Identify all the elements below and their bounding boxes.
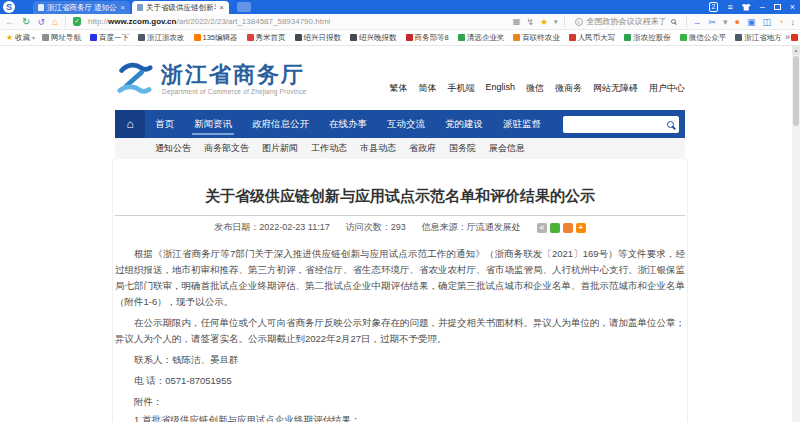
bookmark-item[interactable]: 百度一下 <box>90 33 131 43</box>
weibo-icon[interactable] <box>563 223 573 233</box>
meta-item: 信息来源：厅流通发展处 <box>422 221 521 234</box>
search-box[interactable]: s 全国政协会议议程来了 <box>571 16 680 27</box>
utility-link[interactable]: 手机端 <box>447 82 474 95</box>
search-hotword[interactable]: 全国政协会议议程来了 <box>587 16 667 27</box>
nav-home-icon[interactable]: ⌂ <box>115 110 145 138</box>
utility-link[interactable]: 繁体 <box>389 82 407 95</box>
windows-icon[interactable]: ◫ <box>763 14 772 30</box>
attachments-label: 附件： <box>115 394 685 410</box>
login-icon[interactable]: → <box>693 14 702 30</box>
subnav-item[interactable]: 展会信息 <box>489 142 525 155</box>
bookmark-item[interactable]: 绍兴日报数 <box>295 33 344 43</box>
tab-close-icon[interactable]: × <box>120 3 125 12</box>
bookmark-item[interactable]: 商务部等8 <box>406 33 451 43</box>
site-logo <box>115 60 153 100</box>
hot-news-icon[interactable]: ● <box>735 14 740 30</box>
new-tab-button[interactable] <box>237 2 251 12</box>
bookmark-label: 绍兴晚报数 <box>359 33 397 43</box>
tab-close-icon[interactable]: × <box>219 3 224 12</box>
plugin-icon-row: → ✂ ▾ ● ▣ ◫ ◔ ↓ <box>693 14 795 30</box>
utility-link[interactable]: 用户中心 <box>649 82 685 95</box>
utility-link[interactable]: 微信 <box>526 82 544 95</box>
bookmark-item[interactable]: 浙江省地方 <box>735 33 784 43</box>
address-bar[interactable]: http://www.zcom.gov.cn/art/2022/2/23/art… <box>88 17 330 26</box>
nav-item[interactable]: 首页 <box>145 110 184 138</box>
subnav-item[interactable]: 市县动态 <box>360 142 396 155</box>
security-shield-icon[interactable] <box>73 17 81 26</box>
bookmark-item[interactable]: 浙江浙农改 <box>138 33 187 43</box>
nav-item[interactable]: 在线办事 <box>319 110 377 138</box>
clock-icon[interactable]: ◔ <box>778 14 783 30</box>
tab-title: 浙江省商务厅 通知公告 <box>47 3 117 13</box>
speed-icon[interactable]: ↯ <box>526 17 534 27</box>
window-controls: 2 ≡ – × <box>709 0 795 14</box>
bookmark-favicon <box>406 34 413 41</box>
nav-items: 首页新闻资讯政府信息公开在线办事互动交流党的建设派驻监督 <box>145 110 551 138</box>
minimize-icon[interactable]: – <box>760 2 765 12</box>
more-share-icon[interactable]: + <box>576 223 586 233</box>
bookmark-favicon <box>735 34 742 41</box>
bookmark-item[interactable]: 135编辑器 <box>194 33 240 43</box>
browser-tab[interactable]: 浙江省商务厅 通知公告 × <box>33 1 130 14</box>
back-icon[interactable]: ← <box>5 14 15 30</box>
screenshot-icon[interactable]: ✂ <box>709 14 717 30</box>
subnav-item[interactable]: 国务院 <box>449 142 476 155</box>
subnav-item[interactable]: 图片新闻 <box>262 142 298 155</box>
site-search-input[interactable] <box>568 120 667 129</box>
utility-link[interactable]: 微商务 <box>555 82 582 95</box>
screenshot-caret-icon[interactable]: ▾ <box>723 14 728 30</box>
bookmark-label: 商务部等8 <box>415 33 449 43</box>
divider <box>564 17 565 27</box>
maximize-icon[interactable] <box>774 4 781 10</box>
subnav-item[interactable]: 省政府 <box>409 142 436 155</box>
scrollbar-thumb[interactable] <box>793 56 799 126</box>
favorite-caret-icon[interactable]: ▾ <box>554 18 558 26</box>
search-icon[interactable] <box>671 19 676 24</box>
nav-item[interactable]: 政府信息公开 <box>242 110 319 138</box>
bookmark-item[interactable]: 绍兴晚报数 <box>350 33 399 43</box>
site-search-icon[interactable] <box>667 121 674 128</box>
subnav-item[interactable]: 工作动态 <box>311 142 347 155</box>
subnav-item[interactable]: 通知公告 <box>155 142 191 155</box>
home-icon[interactable]: ⌂ <box>52 14 58 30</box>
browser-tab[interactable]: 关于省级供应链创新与应 × <box>132 1 229 14</box>
bookmark-favicon <box>513 34 520 41</box>
menu-icon[interactable]: ≡ <box>727 0 732 14</box>
nav-item[interactable]: 互动交流 <box>377 110 435 138</box>
bookmark-item[interactable]: 百联特农业 <box>513 33 562 43</box>
bookmark-item[interactable]: 搜狗 <box>791 33 800 43</box>
nav-item[interactable]: 新闻资讯 <box>184 110 242 138</box>
attachment-item[interactable]: 1.首批省级供应链创新与应用试点企业终期评估结果； <box>115 412 685 422</box>
tab-title: 关于省级供应链创新与应 <box>146 3 216 13</box>
bookmarks-overflow-icon[interactable]: » <box>781 30 790 45</box>
apps-icon[interactable]: ▣ <box>747 14 756 30</box>
utility-link[interactable]: 网站无障碍 <box>593 82 638 95</box>
skin-icon[interactable] <box>742 4 751 11</box>
utility-link[interactable]: English <box>485 82 515 95</box>
bookmark-item[interactable]: 微信公众平 <box>680 33 729 43</box>
restore-session-icon[interactable]: ↺ <box>37 14 45 30</box>
close-window-icon[interactable]: × <box>790 2 795 12</box>
download-icon[interactable]: ↓ <box>791 14 796 30</box>
bookmark-item[interactable]: 清远企业奖 <box>458 33 507 43</box>
favorite-star-icon[interactable]: ★ <box>540 17 548 27</box>
share-icon[interactable]: < <box>537 223 547 233</box>
bookmark-item[interactable]: ★ 收藏 ▾ <box>6 33 35 43</box>
apps-grid-icon[interactable]: ▦ <box>513 17 521 26</box>
subnav-item[interactable]: 商务部文告 <box>204 142 249 155</box>
wechat-icon[interactable] <box>550 223 560 233</box>
scrollbar[interactable] <box>792 46 800 422</box>
tab-count-badge[interactable]: 2 <box>709 2 719 12</box>
refresh-icon[interactable]: ↻ <box>22 14 30 30</box>
nav-item[interactable]: 党的建设 <box>435 110 493 138</box>
bookmark-item[interactable]: 网址导航 <box>42 33 83 43</box>
tab-strip: 浙江省商务厅 通知公告 × 关于省级供应链创新与应 × <box>33 0 231 14</box>
bookmark-item[interactable]: 浙农控股份 <box>624 33 673 43</box>
scroll-up-icon[interactable] <box>792 46 800 55</box>
article-title: 关于省级供应链创新与应用试点示范名单和评价结果的公示 <box>115 187 685 206</box>
utility-link[interactable]: 简体 <box>418 82 436 95</box>
nav-item[interactable]: 派驻监督 <box>493 110 551 138</box>
bookmark-item[interactable]: 秀米首页 <box>247 33 288 43</box>
browser-logo-icon[interactable]: S <box>3 1 15 13</box>
bookmark-item[interactable]: 人民币大写 <box>569 33 618 43</box>
